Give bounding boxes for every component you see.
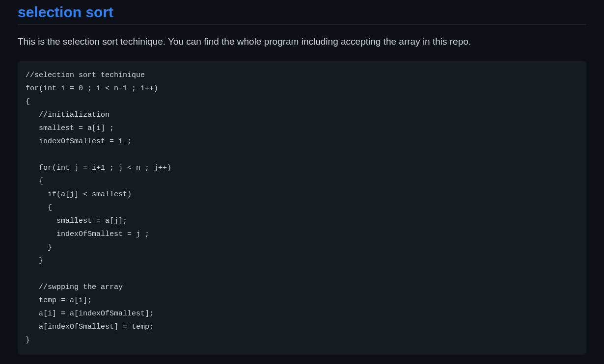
section-heading[interactable]: selection sort: [18, 4, 586, 25]
code-content: //selection sort techinique for(int i = …: [26, 69, 578, 347]
code-block: //selection sort techinique for(int i = …: [18, 61, 586, 355]
section-description: This is the selection sort techinique. Y…: [18, 35, 586, 49]
